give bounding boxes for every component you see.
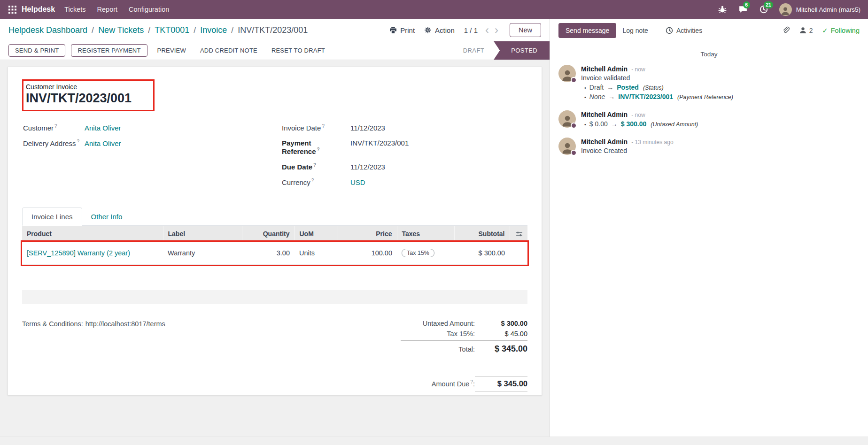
breadcrumb-helpdesk-dashboard[interactable]: Helpdesk Dashboard bbox=[8, 25, 87, 35]
messages-icon[interactable]: 6 bbox=[738, 4, 748, 15]
state-draft[interactable]: DRAFT bbox=[454, 41, 494, 60]
user-avatar bbox=[779, 3, 792, 16]
invoice-title-highlight: Customer Invoice INV/TKT/2023/001 bbox=[22, 79, 155, 111]
activities-button[interactable]: Activities bbox=[666, 27, 702, 34]
chatter-panel: Send message Log note Activities 2 ✓ bbox=[550, 19, 868, 437]
column-taxes[interactable]: Taxes bbox=[397, 226, 454, 242]
terms-url[interactable]: http://localhost:8017/terms bbox=[85, 320, 165, 328]
user-menu[interactable]: Mitchell Admin (mars5) bbox=[779, 3, 860, 16]
breadcrumb-invoice[interactable]: Invoice bbox=[200, 25, 227, 35]
menu-configuration[interactable]: Configuration bbox=[123, 0, 175, 19]
debug-bug-icon[interactable] bbox=[717, 4, 728, 15]
breadcrumb: Helpdesk Dashboard / New Tickets / TKT00… bbox=[8, 25, 308, 35]
pager-previous-icon[interactable]: ‹ bbox=[483, 25, 491, 34]
message-author[interactable]: Mitchell Admin bbox=[581, 138, 628, 146]
payment-reference-label: Payment Reference? bbox=[282, 139, 350, 155]
activities-clock-icon[interactable]: 21 bbox=[759, 4, 769, 15]
customer-value[interactable]: Anita Oliver bbox=[85, 124, 121, 132]
online-status-dot bbox=[571, 77, 577, 83]
form-pane: Helpdesk Dashboard / New Tickets / TKT00… bbox=[0, 19, 550, 437]
print-button[interactable]: Print bbox=[389, 26, 415, 34]
tracking-change: • None → INV/TKT/2023/001 (Payment Refer… bbox=[581, 93, 733, 100]
table-header-row: Product Label Quantity UoM Price Taxes S… bbox=[22, 226, 527, 242]
odoo-app: Helpdesk Tickets Report Configuration 6 … bbox=[0, 0, 868, 445]
new-value: INV/TKT/2023/001 bbox=[618, 93, 673, 100]
currency-value[interactable]: USD bbox=[350, 178, 365, 186]
total-label: Total: bbox=[458, 345, 475, 353]
menu-report[interactable]: Report bbox=[92, 0, 124, 19]
bullet-icon: • bbox=[584, 122, 586, 127]
currency-label: Currency? bbox=[282, 178, 350, 186]
tax-row: Tax 15%: $ 45.00 bbox=[401, 329, 527, 339]
send-print-button[interactable]: SEND & PRINT bbox=[8, 44, 65, 57]
optional-columns-icon[interactable] bbox=[516, 230, 523, 238]
arrow-right-icon: → bbox=[611, 120, 618, 128]
invoice-date-label: Invoice Date? bbox=[282, 123, 350, 132]
column-quantity[interactable]: Quantity bbox=[242, 226, 294, 242]
register-payment-button[interactable]: REGISTER PAYMENT bbox=[71, 44, 147, 57]
help-icon: ? bbox=[54, 123, 57, 129]
total-value: $ 345.00 bbox=[475, 344, 527, 354]
delivery-address-value[interactable]: Anita Oliver bbox=[85, 139, 121, 147]
pager-value: 1 / 1 bbox=[464, 26, 478, 34]
followers-button[interactable]: 2 bbox=[799, 26, 813, 34]
app-name[interactable]: Helpdesk bbox=[22, 5, 55, 14]
column-product[interactable]: Product bbox=[22, 226, 163, 242]
column-subtotal[interactable]: Subtotal bbox=[454, 226, 510, 242]
breadcrumb-separator: / bbox=[231, 25, 233, 35]
new-value: Posted bbox=[617, 84, 639, 91]
follower-person-icon bbox=[799, 26, 807, 34]
field-due-date: Due Date? 11/12/2023 bbox=[282, 162, 527, 171]
line-product[interactable]: [SERV_125890] Warranty (2 year) bbox=[27, 249, 130, 257]
invoice-number: INV/TKT/2023/001 bbox=[26, 91, 142, 106]
add-credit-note-button[interactable]: ADD CREDIT NOTE bbox=[196, 45, 262, 56]
menu-tickets[interactable]: Tickets bbox=[59, 0, 91, 19]
untaxed-amount-row: Untaxed Amount: $ 300.00 bbox=[401, 318, 527, 329]
online-status-dot bbox=[571, 123, 577, 129]
column-label[interactable]: Label bbox=[163, 226, 242, 242]
send-message-button[interactable]: Send message bbox=[558, 23, 616, 38]
help-icon: ? bbox=[311, 178, 314, 183]
state-posted[interactable]: POSTED bbox=[494, 41, 550, 60]
horizontal-scrollbar[interactable] bbox=[0, 437, 868, 445]
action-label: Action bbox=[435, 26, 455, 34]
message-list: Today Mitchell Admin now Invoice validat… bbox=[550, 42, 868, 437]
sheet-footer: Terms & Conditions:http://localhost:8017… bbox=[22, 318, 527, 393]
old-value: $ 0.00 bbox=[589, 120, 608, 128]
printer-icon bbox=[389, 26, 397, 34]
new-button[interactable]: New bbox=[510, 23, 541, 37]
field-invoice-date: Invoice Date? 11/12/2023 bbox=[282, 123, 527, 132]
action-button[interactable]: Action bbox=[424, 26, 455, 34]
due-date-value[interactable]: 11/12/2023 bbox=[350, 163, 385, 171]
help-icon: ? bbox=[317, 147, 320, 152]
reset-to-draft-button[interactable]: RESET TO DRAFT bbox=[267, 45, 329, 56]
tab-invoice-lines[interactable]: Invoice Lines bbox=[22, 207, 82, 226]
attachment-paperclip-icon[interactable] bbox=[782, 26, 790, 34]
total-row: Total: $ 345.00 bbox=[401, 340, 527, 355]
customer-label: Customer? bbox=[23, 123, 85, 132]
column-uom[interactable]: UoM bbox=[294, 226, 338, 242]
preview-button[interactable]: PREVIEW bbox=[153, 45, 190, 56]
message-author[interactable]: Mitchell Admin bbox=[581, 65, 628, 73]
breadcrumb-current: INV/TKT/2023/001 bbox=[238, 25, 308, 35]
invoice-date-value[interactable]: 11/12/2023 bbox=[350, 124, 385, 132]
log-note-button[interactable]: Log note bbox=[616, 23, 654, 38]
following-label: Following bbox=[831, 27, 860, 34]
column-price[interactable]: Price bbox=[338, 226, 397, 242]
print-label: Print bbox=[400, 26, 415, 34]
pager-next-icon[interactable]: › bbox=[493, 25, 500, 34]
following-button[interactable]: ✓ Following bbox=[822, 27, 860, 34]
message-author[interactable]: Mitchell Admin bbox=[581, 111, 628, 118]
payment-reference-value[interactable]: INV/TKT/2023/001 bbox=[350, 139, 409, 147]
online-status-dot bbox=[571, 150, 577, 156]
breadcrumb-new-tickets[interactable]: New Tickets bbox=[98, 25, 144, 35]
invoice-lines-table: Product Label Quantity UoM Price Taxes S… bbox=[22, 226, 527, 265]
date-separator: Today bbox=[558, 51, 860, 58]
tab-other-info[interactable]: Other Info bbox=[82, 207, 132, 225]
apps-grid-icon[interactable] bbox=[5, 2, 20, 17]
arrow-right-icon: → bbox=[608, 93, 615, 100]
message-body: Invoice Created bbox=[581, 147, 674, 154]
message-header: Mitchell Admin now bbox=[581, 110, 698, 118]
invoice-line-row[interactable]: [SERV_125890] Warranty (2 year) Warranty… bbox=[22, 242, 527, 265]
breadcrumb-ticket[interactable]: TKT0001 bbox=[155, 25, 189, 35]
